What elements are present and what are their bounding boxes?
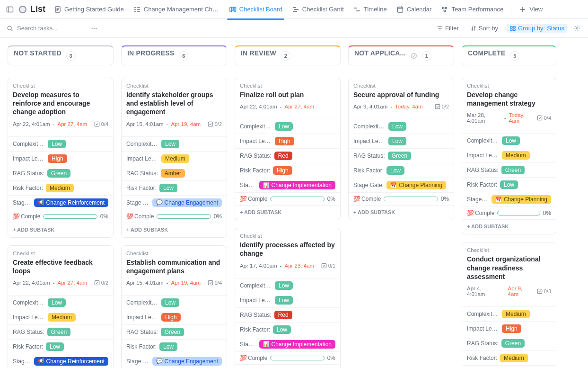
complexity-pill[interactable]: Low: [48, 298, 66, 307]
add-subtask-button[interactable]: + ADD SUBTASK: [349, 205, 454, 220]
column-header[interactable]: COMPLETE 5: [462, 45, 556, 65]
column-cards: Checklist Secure approval of funding Apr…: [348, 78, 454, 220]
impact-pill[interactable]: High: [502, 324, 521, 333]
tab-change-management-checklist[interactable]: Change Management Checkl...: [130, 4, 223, 15]
collapse-sidebar-icon[interactable]: [5, 4, 15, 15]
rag-pill[interactable]: Green: [47, 328, 70, 336]
card-title: Identify processes affected by change: [240, 241, 335, 258]
more-icon[interactable]: [88, 24, 100, 33]
risk-pill[interactable]: Low: [386, 166, 404, 175]
complexity-pill[interactable]: Low: [161, 298, 179, 307]
complexity-pill[interactable]: Medium: [502, 310, 530, 318]
add-subtask-button[interactable]: + ADD SUBTASK: [8, 223, 113, 237]
add-subtask-button[interactable]: + ADD SUBTASK: [122, 223, 227, 237]
add-subtask-button[interactable]: + ADD SUBTASK: [462, 219, 556, 234]
impact-pill[interactable]: High: [48, 154, 67, 163]
rag-pill[interactable]: Green: [47, 169, 70, 178]
filter-label: Filter: [445, 25, 459, 32]
column-count: 1: [422, 51, 431, 61]
complexity-pill[interactable]: Low: [502, 136, 520, 145]
settings-icon[interactable]: [573, 24, 581, 33]
progress-bar[interactable]: [384, 197, 438, 201]
column-header[interactable]: NOT STARTED 3: [8, 45, 114, 65]
task-card[interactable]: Checklist Identify processes affected by…: [235, 228, 341, 368]
tab-getting-started[interactable]: Getting Started Guide: [50, 4, 128, 15]
search-input[interactable]: [16, 24, 82, 32]
impact-pill[interactable]: Low: [388, 137, 406, 145]
stage-pill[interactable]: 📢Change Reinforcement: [34, 357, 108, 366]
rag-pill[interactable]: Green: [501, 166, 525, 174]
task-card[interactable]: Checklist Establish communication and en…: [121, 245, 227, 368]
progress-bar[interactable]: [270, 197, 325, 201]
risk-pill[interactable]: Low: [273, 325, 291, 334]
stage-pill[interactable]: 💬Change Engagement: [152, 357, 222, 366]
filter-button[interactable]: Filter: [434, 24, 462, 33]
impact-pill[interactable]: Medium: [48, 313, 76, 322]
tab-checklist-gantt[interactable]: Checklist Gantt: [288, 4, 348, 15]
group-label: Group by:: [518, 25, 545, 32]
add-subtask-button[interactable]: + ADD SUBTASK: [235, 364, 340, 368]
add-view-button[interactable]: View: [515, 4, 546, 15]
sort-button[interactable]: Sort by: [467, 24, 501, 33]
column-cards: Checklist Identify stakeholder groups an…: [121, 78, 227, 368]
column-header[interactable]: IN PROGRESS 6: [121, 45, 227, 65]
add-subtask-button[interactable]: + ADD SUBTASK: [235, 205, 340, 220]
field-impact: Impact Level: High: [8, 151, 113, 166]
rag-pill[interactable]: Red: [274, 152, 292, 160]
stage-pill[interactable]: 📅Change Planning: [386, 181, 446, 189]
rag-pill[interactable]: Green: [161, 328, 184, 336]
risk-pill[interactable]: Medium: [46, 184, 74, 192]
complexity-pill[interactable]: Low: [388, 122, 406, 131]
progress-bar[interactable]: [270, 356, 325, 360]
tab-timeline[interactable]: Timeline: [350, 4, 391, 15]
tab-team-performance[interactable]: Team Performance: [437, 4, 507, 15]
progress-bar[interactable]: [43, 214, 97, 219]
column-header[interactable]: IN REVIEW 2: [235, 45, 341, 65]
progress-bar[interactable]: [497, 211, 540, 215]
impact-pill[interactable]: Low: [275, 296, 293, 305]
risk-pill[interactable]: Low: [159, 342, 177, 351]
impact-pill[interactable]: Medium: [161, 154, 189, 163]
impact-pill[interactable]: High: [161, 313, 181, 322]
impact-pill[interactable]: High: [275, 137, 294, 145]
complexity-pill[interactable]: Low: [161, 140, 179, 148]
tab-calendar[interactable]: Calendar: [393, 4, 436, 15]
task-card[interactable]: Checklist Identify stakeholder groups an…: [121, 78, 227, 238]
stage-pill[interactable]: 📊Change Implementation: [259, 181, 335, 189]
field-complete: 💯 Complet... 0%: [235, 351, 340, 364]
rag-pill[interactable]: Green: [388, 152, 411, 160]
risk-pill[interactable]: High: [273, 166, 292, 175]
risk-pill[interactable]: Low: [500, 180, 518, 189]
list-status-icon: [19, 6, 26, 13]
stage-pill[interactable]: 💬Change Engagement: [152, 198, 222, 207]
impact-pill[interactable]: Medium: [502, 151, 530, 160]
task-card[interactable]: Checklist Develop measures to reinforce …: [8, 78, 114, 238]
progress-bar[interactable]: [157, 214, 211, 219]
svg-rect-13: [232, 7, 234, 10]
list-title[interactable]: List: [19, 4, 45, 14]
start-date: Apr 22, 4:01am: [13, 280, 50, 286]
rag-pill[interactable]: Amber: [161, 169, 185, 178]
stage-pill[interactable]: 📊Change Implementation: [259, 340, 335, 349]
tab-checklist-board[interactable]: Checklist Board: [225, 4, 286, 15]
task-card[interactable]: Checklist Develop change management stra…: [462, 78, 556, 234]
task-card[interactable]: Checklist Conduct organizational change …: [462, 242, 556, 368]
group-by-button[interactable]: Group by: Status: [507, 24, 567, 33]
risk-pill[interactable]: Low: [159, 184, 177, 192]
complexity-pill[interactable]: Low: [275, 281, 293, 290]
rag-pill[interactable]: Green: [501, 339, 525, 348]
column-header[interactable]: NOT APPLICA... 1: [348, 45, 454, 65]
task-card[interactable]: Checklist Create effective feedback loop…: [8, 245, 114, 368]
complexity-pill[interactable]: Low: [275, 122, 293, 131]
risk-pill[interactable]: Medium: [500, 354, 528, 362]
card-breadcrumb: Checklist: [467, 247, 551, 253]
risk-pill[interactable]: Low: [46, 342, 64, 351]
stage-pill[interactable]: 📢Change Reinforcement: [34, 198, 108, 207]
stage-pill[interactable]: 📅Change Planning: [491, 195, 551, 204]
task-card[interactable]: Checklist Secure approval of funding Apr…: [348, 78, 454, 220]
rag-pill[interactable]: Red: [274, 311, 292, 319]
task-card[interactable]: Checklist Finalize roll out plan Apr 22,…: [235, 78, 341, 220]
complexity-pill[interactable]: Low: [48, 140, 66, 148]
search-box[interactable]: [7, 24, 82, 32]
field-complete: 💯 Complet... 0%: [122, 210, 227, 223]
